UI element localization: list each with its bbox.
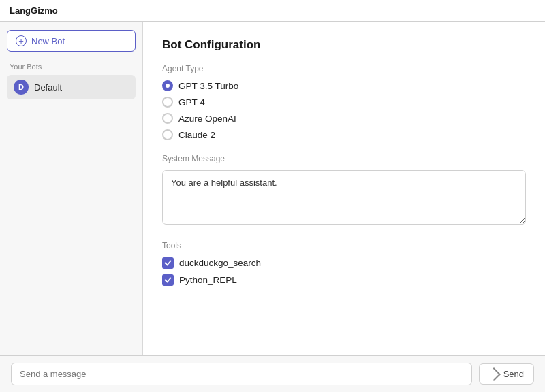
radio-azure[interactable]: Azure OpenAI: [162, 113, 526, 124]
tool-label-python-repl: Python_REPL: [179, 275, 237, 285]
system-message-label: System Message: [162, 154, 526, 163]
radio-circle-claude2: [162, 129, 173, 140]
radio-label-claude2: Claude 2: [178, 130, 215, 140]
tool-label-duckduckgo: duckduckgo_search: [179, 258, 261, 268]
send-button[interactable]: Send: [479, 363, 534, 385]
radio-circle-gpt35: [162, 80, 173, 91]
tools-label: Tools: [162, 241, 526, 250]
agent-type-label: Agent Type: [162, 64, 526, 74]
checkmark-icon: [164, 259, 172, 267]
radio-gpt35[interactable]: GPT 3.5 Turbo: [162, 80, 526, 91]
agent-type-section: Agent Type GPT 3.5 Turbo GPT 4 Azure Ope…: [162, 64, 526, 140]
system-message-section: System Message: [162, 154, 526, 227]
content-area: Bot Configuration Agent Type GPT 3.5 Tur…: [143, 22, 545, 355]
bot-name: Default: [34, 82, 62, 93]
radio-label-azure: Azure OpenAI: [178, 114, 236, 124]
new-bot-label: New Bot: [31, 36, 65, 46]
plus-icon: +: [16, 35, 27, 46]
sidebar: + New Bot Your Bots D Default: [0, 22, 143, 355]
sidebar-item-default[interactable]: D Default: [7, 75, 136, 99]
checkbox-python-repl[interactable]: Python_REPL: [162, 274, 526, 286]
chat-input[interactable]: [11, 363, 472, 385]
checkbox-box-python-repl: [162, 274, 174, 286]
radio-circle-azure: [162, 113, 173, 124]
checkmark-icon: [164, 276, 172, 284]
chat-bar: Send: [0, 355, 545, 392]
your-bots-label: Your Bots: [7, 63, 136, 71]
checkbox-duckduckgo[interactable]: duckduckgo_search: [162, 257, 526, 269]
app-title: LangGizmo: [10, 5, 58, 16]
radio-label-gpt35: GPT 3.5 Turbo: [178, 81, 238, 91]
radio-label-gpt4: GPT 4: [178, 97, 205, 108]
title-bar: LangGizmo: [0, 0, 545, 22]
radio-circle-gpt4: [162, 97, 173, 108]
send-icon: [487, 368, 501, 381]
agent-type-radio-group: GPT 3.5 Turbo GPT 4 Azure OpenAI Claude …: [162, 80, 526, 140]
send-label: Send: [503, 369, 524, 379]
system-message-input[interactable]: [162, 170, 526, 225]
avatar: D: [14, 80, 29, 95]
main-layout: + New Bot Your Bots D Default Bot Config…: [0, 22, 545, 355]
new-bot-button[interactable]: + New Bot: [7, 30, 136, 52]
radio-gpt4[interactable]: GPT 4: [162, 97, 526, 108]
radio-claude2[interactable]: Claude 2: [162, 129, 526, 140]
page-title: Bot Configuration: [162, 38, 526, 52]
tools-section: Tools duckduckgo_search: [162, 241, 526, 286]
tools-checkbox-group: duckduckgo_search Python_REPL: [162, 257, 526, 286]
checkbox-box-duckduckgo: [162, 257, 174, 269]
